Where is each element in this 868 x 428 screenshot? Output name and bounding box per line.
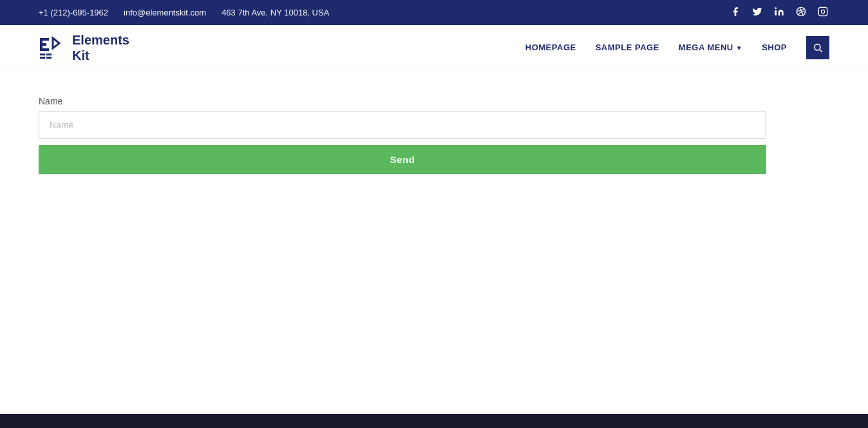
svg-rect-11 bbox=[40, 57, 45, 59]
facebook-icon[interactable] bbox=[729, 6, 742, 19]
name-input[interactable] bbox=[39, 112, 766, 139]
svg-rect-12 bbox=[46, 57, 52, 59]
logo-icon bbox=[39, 34, 66, 61]
svg-line-14 bbox=[820, 50, 822, 52]
phone-text: +1 (212)-695-1962 bbox=[39, 8, 108, 17]
twitter-icon[interactable] bbox=[751, 6, 764, 19]
svg-rect-9 bbox=[40, 54, 45, 55]
main-nav: HOMEPAGE SAMPLE PAGE MEGA MENU ▼ SHOP bbox=[525, 36, 829, 59]
nav-mega-menu[interactable]: MEGA MENU ▼ bbox=[679, 43, 742, 52]
instagram-icon[interactable] bbox=[816, 6, 829, 19]
dribbble-icon[interactable] bbox=[795, 6, 807, 19]
header: Elements Kit HOMEPAGE SAMPLE PAGE MEGA M… bbox=[0, 25, 868, 70]
address-text: 463 7th Ave, NY 10018, USA bbox=[222, 8, 329, 17]
svg-rect-2 bbox=[818, 7, 827, 15]
chevron-down-icon: ▼ bbox=[736, 44, 742, 52]
name-label: Name bbox=[39, 96, 829, 106]
logo[interactable]: Elements Kit bbox=[39, 32, 129, 63]
svg-point-13 bbox=[815, 44, 820, 50]
svg-rect-7 bbox=[40, 38, 42, 51]
send-button[interactable]: Send bbox=[39, 145, 766, 174]
top-bar: +1 (212)-695-1962 info@elementskit.com 4… bbox=[0, 0, 868, 25]
main-content: Name Send bbox=[0, 70, 868, 200]
search-button[interactable] bbox=[806, 36, 829, 59]
nav-sample-page[interactable]: SAMPLE PAGE bbox=[596, 43, 659, 52]
nav-homepage[interactable]: HOMEPAGE bbox=[525, 43, 576, 52]
svg-marker-8 bbox=[53, 38, 59, 48]
svg-point-0 bbox=[775, 7, 777, 9]
logo-text: Elements Kit bbox=[72, 32, 129, 63]
email-text: info@elementskit.com bbox=[124, 8, 206, 17]
nav-shop[interactable]: SHOP bbox=[762, 43, 787, 52]
svg-rect-10 bbox=[46, 54, 52, 55]
social-icons bbox=[729, 6, 829, 19]
linkedin-icon[interactable] bbox=[773, 6, 786, 19]
top-bar-contact: +1 (212)-695-1962 info@elementskit.com 4… bbox=[39, 8, 329, 17]
